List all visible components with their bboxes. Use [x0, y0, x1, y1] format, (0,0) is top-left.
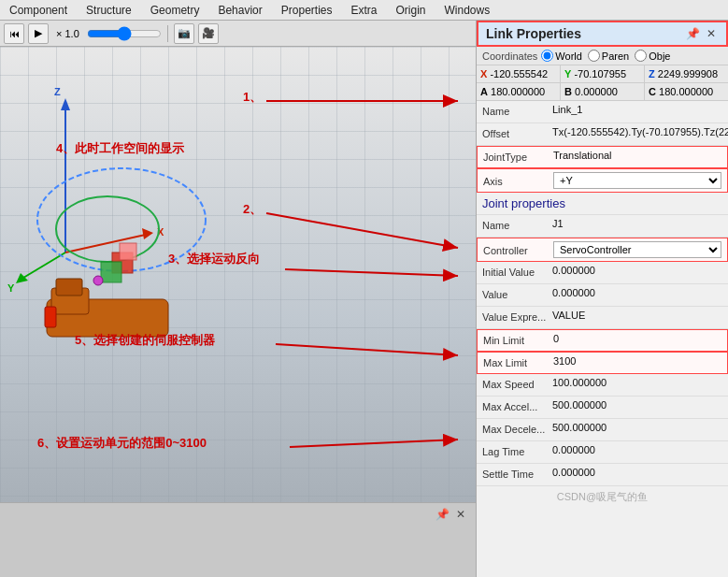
annotation-1: 1、 — [243, 89, 262, 106]
y-label: Y — [564, 68, 571, 79]
min-limit-label: Min Limit — [483, 333, 553, 346]
value-expr-value: VALUE — [552, 310, 722, 321]
joint-name-row: Name J1 — [477, 215, 728, 238]
svg-line-22 — [276, 344, 458, 355]
axis-select[interactable]: +Y — [553, 172, 721, 189]
z-value: 2249.999908 — [658, 68, 718, 79]
abc-row: A 180.000000 B 0.000000 C 180.000000 — [477, 83, 728, 101]
controller-row: Controller ServoController — [477, 238, 728, 262]
radio-obje[interactable]: Obje — [635, 50, 670, 62]
menu-geometry[interactable]: Geometry — [141, 2, 209, 19]
x-value: -120.555542 — [490, 68, 548, 79]
right-panel: Link Properties 📌 ✕ Coordinates World Pa… — [476, 21, 728, 577]
separator — [167, 25, 168, 42]
svg-point-18 — [93, 276, 103, 285]
svg-marker-3 — [142, 228, 153, 239]
svg-line-4 — [19, 252, 65, 281]
close-icon[interactable]: ✕ — [453, 507, 468, 522]
bottom-panel: 📌 ✕ — [0, 502, 476, 577]
initial-value-label: Initial Value — [482, 265, 552, 278]
max-decel-value: 500.000000 — [552, 422, 722, 433]
pin-icon[interactable]: 📌 — [435, 507, 450, 522]
x-cell: X -120.555542 — [477, 65, 561, 82]
scene-svg: Z X Y — [0, 47, 476, 502]
settle-time-row: Settle Time 0.000000 — [477, 464, 728, 486]
coordinates-row: Coordinates World Paren Obje — [477, 47, 728, 65]
controller-select[interactable]: ServoController — [553, 241, 721, 258]
viewport-3d[interactable]: Z X Y — [0, 47, 476, 502]
link-properties-title: Link Properties — [486, 26, 581, 41]
panel-close-icon[interactable]: ✕ — [704, 26, 719, 41]
lag-time-label: Lag Time — [482, 444, 552, 457]
value-label: Value — [482, 287, 552, 300]
rewind-button[interactable]: ⏮ — [4, 23, 24, 44]
menu-component[interactable]: Component — [0, 2, 77, 19]
menu-bar: Component Structure Geometry Behavior Pr… — [0, 0, 728, 21]
name-row: Name Link_1 — [477, 101, 728, 123]
settle-time-label: Settle Time — [482, 467, 552, 480]
x-label: X — [480, 68, 487, 79]
annotation-6: 6、设置运动单元的范围0~3100 — [37, 435, 207, 452]
svg-rect-17 — [120, 243, 136, 260]
a-label: A — [480, 86, 488, 97]
initial-value-row: Initial Value 0.000000 — [477, 262, 728, 284]
radio-world[interactable]: World — [541, 50, 582, 62]
name-label: Name — [482, 104, 552, 117]
play-button[interactable]: ▶ — [28, 23, 49, 44]
watermark: CSDN@吸尾气的鱼 — [477, 486, 728, 508]
svg-line-20 — [266, 213, 458, 248]
joint-properties-section: Joint properties — [477, 193, 728, 215]
coordinates-radio-group: World Paren Obje — [541, 50, 670, 62]
radio-obje-label: Obje — [649, 50, 670, 62]
menu-structure[interactable]: Structure — [77, 2, 141, 19]
annotation-2: 2、 — [243, 201, 262, 218]
max-decel-row: Max Decele... 500.000000 — [477, 419, 728, 441]
c-value: 180.000000 — [659, 86, 713, 97]
joint-type-row: JointType Translational — [477, 146, 728, 168]
xyz-row: X -120.555542 Y -70.107955 Z 2249.999908 — [477, 65, 728, 83]
joint-type-label: JointType — [483, 150, 553, 163]
offset-value: Tx(-120.555542).Ty(-70.107955).Tz(2249.9… — [552, 126, 728, 137]
max-speed-row: Max Speed 100.000000 — [477, 374, 728, 397]
menu-behavior[interactable]: Behavior — [208, 2, 271, 19]
a-cell: A 180.000000 — [477, 83, 561, 100]
svg-marker-5 — [16, 273, 28, 283]
value-value: 0.000000 — [552, 287, 722, 298]
value-expr-label: Value Expre... — [482, 310, 552, 323]
radio-world-label: World — [555, 50, 582, 62]
max-speed-value: 100.000000 — [552, 377, 722, 388]
radio-paren[interactable]: Paren — [588, 50, 629, 62]
menu-extra[interactable]: Extra — [342, 2, 387, 19]
menu-origin[interactable]: Origin — [387, 2, 435, 19]
menu-windows[interactable]: Windows — [435, 2, 500, 19]
main-layout: ⏮ ▶ × 1.0 📷 🎥 Z — [0, 21, 728, 577]
lag-time-row: Lag Time 0.000000 — [477, 441, 728, 464]
panel-icons: 📌 ✕ — [685, 26, 719, 41]
svg-line-21 — [285, 269, 458, 276]
max-accel-row: Max Accel... 500.000000 — [477, 397, 728, 419]
annotation-5: 5、选择创建的伺服控制器 — [75, 332, 215, 349]
b-cell: B 0.000000 — [561, 83, 645, 100]
coordinates-label: Coordinates — [482, 50, 537, 62]
initial-value-value: 0.000000 — [552, 265, 722, 276]
bottom-panel-icons: 📌 ✕ — [435, 507, 468, 522]
viewport-area: ⏮ ▶ × 1.0 📷 🎥 Z — [0, 21, 476, 577]
max-limit-value: 3100 — [553, 355, 721, 367]
annotation-3: 3、选择运动反向 — [168, 251, 260, 267]
zoom-slider[interactable] — [87, 26, 162, 41]
max-limit-row: Max Limit 3100 — [477, 352, 728, 374]
max-decel-label: Max Decele... — [482, 422, 552, 435]
camera-button[interactable]: 📷 — [174, 23, 194, 44]
min-limit-row: Min Limit 0 — [477, 329, 728, 352]
svg-text:Y: Y — [7, 282, 15, 294]
panel-pin-icon[interactable]: 📌 — [685, 26, 700, 41]
name-value: Link_1 — [552, 104, 722, 115]
menu-properties[interactable]: Properties — [272, 2, 342, 19]
max-limit-label: Max Limit — [483, 355, 553, 368]
link-properties-header: Link Properties 📌 ✕ — [477, 21, 728, 47]
max-accel-label: Max Accel... — [482, 399, 552, 412]
video-button[interactable]: 🎥 — [198, 23, 219, 44]
b-label: B — [564, 86, 572, 97]
svg-rect-16 — [101, 262, 121, 282]
value-row: Value 0.000000 — [477, 284, 728, 307]
